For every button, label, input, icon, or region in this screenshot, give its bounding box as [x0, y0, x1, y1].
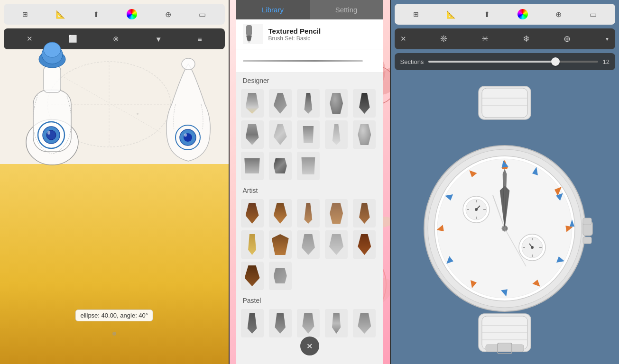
svg-point-52: [475, 208, 478, 211]
toolbar-3: ⊞ 📐 ⬆ ⊕ ▭: [395, 4, 616, 25]
sections-slider[interactable]: [428, 61, 598, 63]
stroke-line: [243, 60, 363, 62]
color-wheel-icon[interactable]: [127, 9, 137, 19]
brush-item[interactable]: [241, 152, 264, 180]
ellipse-label: ellipse: 40.00, angle: 40°: [75, 309, 153, 321]
section-title-designer: Designer: [236, 73, 383, 86]
pastel-brush-grid: [236, 306, 383, 340]
brush-item[interactable]: [325, 230, 348, 259]
brush-item[interactable]: [241, 120, 264, 149]
brush-item[interactable]: [353, 89, 376, 118]
svg-point-60: [531, 246, 534, 249]
brush-library-scroll[interactable]: Designer Artist: [236, 73, 383, 364]
brush-item[interactable]: [241, 309, 264, 337]
watch-illustration: [391, 73, 619, 364]
brush-item[interactable]: [353, 120, 376, 149]
sections-control: Sections 12: [395, 53, 616, 70]
brush-item[interactable]: [269, 199, 292, 228]
svg-point-4: [137, 113, 139, 115]
watch-panel: ⊞ 📐 ⬆ ⊕ ▭ ✕ ❊ ✳ ❄ ⊕ ▼ Sections 12: [391, 0, 619, 364]
arrow-icon[interactable]: ⬆: [93, 10, 99, 19]
brush-item[interactable]: [269, 152, 292, 180]
frame-icon-3[interactable]: ▭: [590, 10, 597, 19]
dropdown-icon-3[interactable]: ▼: [605, 36, 610, 42]
brush-item[interactable]: [269, 89, 292, 118]
sections-slider-fill: [428, 61, 555, 63]
svg-rect-8: [44, 66, 61, 92]
frame-icon[interactable]: ▭: [199, 10, 206, 19]
brush-item[interactable]: [269, 262, 292, 290]
grid-icon-3[interactable]: ⊞: [413, 10, 419, 18]
brush-item[interactable]: [269, 230, 292, 259]
brush-thumb-icon: [244, 25, 262, 43]
arrow-icon-3[interactable]: ⬆: [484, 10, 490, 19]
brush-item[interactable]: [353, 199, 376, 228]
sections-slider-thumb[interactable]: [551, 57, 560, 66]
brush-item[interactable]: [325, 89, 348, 118]
right-bottle: [157, 38, 219, 171]
svg-point-11: [44, 42, 61, 57]
tab-header: Library Setting: [236, 0, 383, 19]
svg-marker-32: [246, 36, 252, 41]
brush-item[interactable]: [297, 152, 320, 180]
brush-item[interactable]: [325, 199, 348, 228]
brush-info: Textured Pencil Brush Set: Basic: [268, 27, 321, 42]
brush-item[interactable]: [353, 309, 376, 337]
brush-item[interactable]: [325, 309, 348, 337]
tab-library[interactable]: Library: [236, 0, 310, 19]
close-button[interactable]: ✕: [300, 337, 319, 355]
color-wheel-icon-3[interactable]: [517, 9, 528, 19]
svg-rect-86: [486, 345, 524, 352]
brush-item[interactable]: [241, 230, 264, 259]
brush-item[interactable]: [325, 120, 348, 149]
svg-point-16: [182, 58, 195, 70]
globe-circle-icon[interactable]: ⊗: [113, 35, 119, 43]
brush-item[interactable]: [297, 120, 320, 149]
brush-item[interactable]: [269, 309, 292, 337]
crosshair-icon[interactable]: ⊕: [564, 34, 571, 44]
brush-library-panel: Library Setting Textured Pencil Brush Se…: [230, 0, 391, 364]
sections-label: Sections: [400, 58, 424, 65]
brush-item[interactable]: [297, 230, 320, 259]
artist-brush-grid: [236, 196, 383, 293]
panel-2-content: Library Setting Textured Pencil Brush Se…: [236, 0, 383, 364]
section-title-artist: Artist: [236, 183, 383, 196]
svg-rect-41: [583, 218, 591, 225]
subtoolbar-3: ✕ ❊ ✳ ❄ ⊕ ▼: [395, 28, 616, 49]
symmetry-icon[interactable]: ❊: [440, 34, 447, 44]
brush-item[interactable]: [241, 199, 264, 228]
bottom-indicator: [112, 332, 116, 336]
designer-brush-grid: [236, 86, 383, 183]
svg-rect-35: [482, 88, 527, 118]
brush-item[interactable]: [297, 199, 320, 228]
sections-value: 12: [603, 58, 610, 65]
brush-item[interactable]: [297, 309, 320, 337]
brush-item[interactable]: [241, 89, 264, 118]
svg-point-20: [184, 134, 187, 137]
tab-setting[interactable]: Setting: [310, 0, 383, 19]
svg-point-80: [503, 227, 507, 230]
brush-item[interactable]: [353, 230, 376, 259]
layers-icon-3[interactable]: ⊕: [555, 10, 562, 19]
snowflake-icon[interactable]: ❄: [523, 34, 530, 44]
svg-point-15: [47, 131, 50, 135]
svg-marker-33: [248, 41, 250, 43]
brush-item[interactable]: [269, 120, 292, 149]
stroke-preview: [236, 49, 383, 73]
watch-svg: [405, 82, 604, 356]
left-bottle: [14, 9, 90, 171]
brush-thumbnail: [243, 24, 263, 44]
ruler-icon-3[interactable]: 📐: [446, 10, 456, 19]
svg-rect-42: [583, 237, 591, 244]
brush-preview: Textured Pencil Brush Set: Basic: [236, 19, 383, 49]
brush-item[interactable]: [297, 89, 320, 118]
brush-item[interactable]: [241, 262, 264, 290]
svg-rect-31: [246, 25, 252, 36]
section-title-pastel: Pastel: [236, 293, 383, 306]
drawing-panel-1: ⊞ 📐 ⬆ ⊕ ▭ ✕ ⬜ ⊗ ▼ ≡: [0, 0, 230, 364]
layers-icon[interactable]: ⊕: [165, 10, 171, 19]
close-icon-3[interactable]: ✕: [400, 35, 407, 43]
radial-sym-icon[interactable]: ✳: [481, 34, 489, 44]
